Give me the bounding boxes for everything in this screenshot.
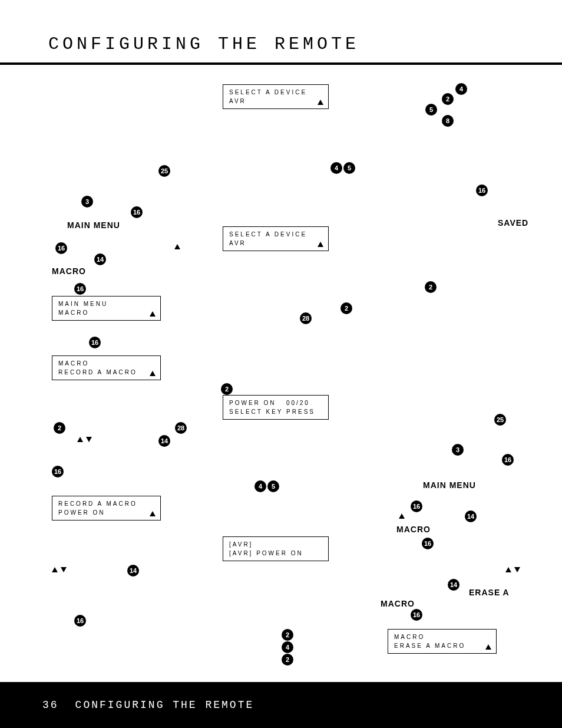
lcd-record-power-on: RECORD A MACRO POWER ON	[52, 496, 161, 521]
label-main-menu-2: MAIN MENU	[423, 480, 476, 490]
badge-3: 3	[452, 444, 464, 456]
badge-16: 16	[89, 337, 101, 348]
page-number: 36	[42, 699, 59, 711]
lcd-line1: SELECT A DEVICE	[229, 230, 322, 239]
triangle-down-icon	[514, 567, 520, 572]
triangle-down-icon	[86, 437, 92, 442]
lcd-avr-power-on: [AVR] [AVR] POWER ON	[223, 536, 329, 561]
badge-14: 14	[448, 579, 459, 591]
page-footer: 36 CONFIGURING THE REMOTE	[0, 682, 562, 728]
triangle-up-icon	[505, 567, 511, 572]
badge-25: 25	[494, 414, 506, 426]
lcd-macro-record: MACRO RECORD A MACRO	[52, 355, 161, 380]
lcd-main-menu-macro: MAIN MENU MACRO	[52, 296, 161, 321]
lcd-line1: RECORD A MACRO	[58, 499, 154, 508]
lcd-line2: SELECT KEY PRESS	[229, 407, 322, 416]
triangle-up-icon	[174, 244, 180, 249]
badge-28: 28	[300, 312, 312, 324]
lcd-line1: SELECT A DEVICE	[229, 88, 322, 97]
badge-28: 28	[175, 422, 187, 434]
lcd-line1: MACRO	[394, 633, 490, 641]
lcd-power-on-select: POWER ON 00/20 SELECT KEY PRESS	[223, 395, 329, 420]
badge-5: 5	[267, 480, 279, 492]
badge-4: 4	[455, 83, 467, 95]
triangle-up-icon	[399, 513, 405, 519]
badge-2: 2	[442, 93, 454, 105]
lcd-line2: AVR	[229, 97, 322, 106]
lcd-line1: MACRO	[58, 359, 154, 368]
triangle-down-icon	[61, 567, 67, 572]
badge-3: 3	[81, 196, 93, 207]
footer-title: CONFIGURING THE REMOTE	[75, 699, 254, 711]
lcd-line2: AVR	[229, 239, 322, 248]
triangle-up-icon	[52, 567, 58, 572]
badge-14: 14	[465, 510, 477, 522]
badge-16: 16	[411, 609, 422, 621]
triangle-up-icon	[150, 371, 156, 376]
badge-2: 2	[340, 302, 352, 314]
badge-16: 16	[476, 185, 488, 196]
badge-8: 8	[442, 115, 454, 127]
lcd-line2: POWER ON	[58, 508, 154, 517]
label-erase-a: ERASE A	[469, 588, 510, 597]
label-macro-3: MACRO	[381, 599, 415, 608]
badge-16: 16	[502, 454, 514, 466]
badge-16: 16	[74, 615, 86, 627]
lcd-line2: MACRO	[58, 308, 154, 317]
lcd-line1: [AVR]	[229, 540, 322, 549]
badge-4: 4	[330, 162, 342, 174]
badge-16: 16	[52, 466, 64, 477]
badge-4: 4	[282, 641, 293, 653]
badge-4: 4	[254, 480, 266, 492]
badge-14: 14	[94, 253, 106, 265]
badge-2: 2	[54, 422, 65, 434]
lcd-select-device-1: SELECT A DEVICE AVR	[223, 84, 329, 109]
label-macro-2: MACRO	[396, 525, 431, 534]
triangle-up-icon	[318, 242, 323, 247]
label-macro: MACRO	[52, 266, 86, 276]
badge-5: 5	[343, 162, 355, 174]
triangle-up-icon	[150, 311, 156, 317]
badge-5: 5	[425, 104, 437, 116]
badge-25: 25	[158, 165, 170, 177]
lcd-select-device-2: SELECT A DEVICE AVR	[223, 226, 329, 251]
label-main-menu: MAIN MENU	[67, 220, 120, 230]
lcd-line2: ERASE A MACRO	[394, 641, 490, 650]
triangle-up-icon	[318, 100, 323, 105]
badge-2: 2	[221, 383, 233, 395]
triangle-up-icon	[485, 644, 491, 650]
badge-16: 16	[411, 500, 422, 512]
label-saved: SAVED	[498, 218, 528, 228]
lcd-line1: MAIN MENU	[58, 299, 154, 308]
lcd-line1: POWER ON 00/20	[229, 398, 322, 407]
badge-2: 2	[282, 629, 293, 641]
badge-14: 14	[127, 565, 139, 577]
triangle-up-icon	[150, 511, 156, 516]
lcd-macro-erase: MACRO ERASE A MACRO	[388, 629, 497, 654]
lcd-line2: RECORD A MACRO	[58, 368, 154, 377]
badge-2: 2	[282, 654, 293, 666]
page-title: CONFIGURING THE REMOTE	[48, 34, 359, 54]
lcd-line2: [AVR] POWER ON	[229, 549, 322, 558]
triangle-up-icon	[77, 437, 83, 442]
badge-16: 16	[74, 283, 86, 295]
badge-16: 16	[422, 538, 434, 549]
horizontal-rule	[0, 62, 562, 65]
badge-14: 14	[158, 435, 170, 447]
badge-16: 16	[55, 242, 67, 254]
badge-16: 16	[131, 206, 143, 218]
badge-2: 2	[425, 281, 437, 293]
